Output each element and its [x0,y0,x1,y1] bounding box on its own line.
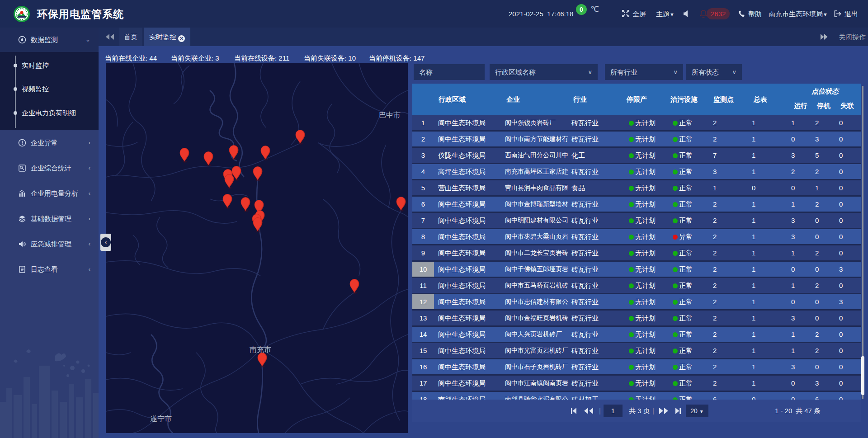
svg-text:巴中市: 巴中市 [379,111,401,119]
svg-text:遂宁市: 遂宁市 [150,415,172,423]
svg-text:南充市: 南充市 [250,346,271,353]
